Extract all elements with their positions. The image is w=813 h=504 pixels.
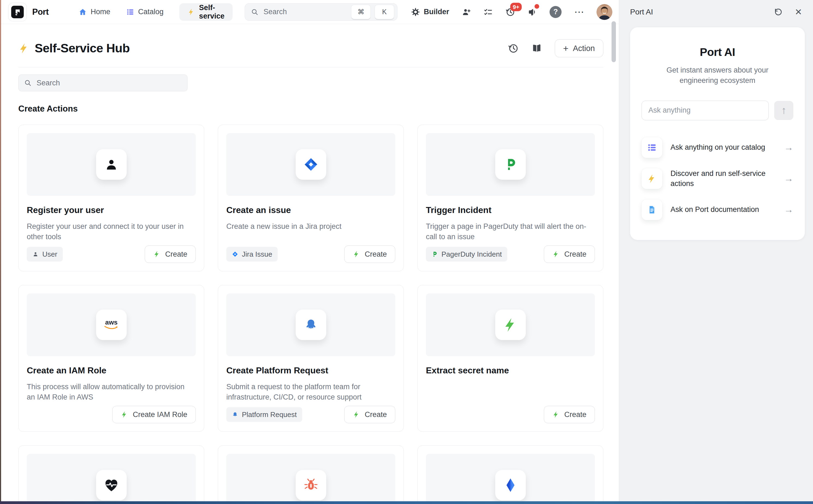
ask-anything-input[interactable]: [642, 101, 769, 120]
card-title: Trigger Incident: [426, 205, 595, 215]
send-button[interactable]: ↑: [774, 101, 793, 120]
card-description: Trigger a page in PagerDuty that will al…: [426, 221, 595, 242]
create-button[interactable]: Create: [344, 406, 395, 423]
user-icon: [96, 149, 127, 180]
right-arrow-icon: →: [784, 173, 793, 184]
vertical-scrollbar[interactable]: [612, 21, 616, 62]
create-button[interactable]: Create: [544, 245, 595, 263]
card-description: Submit a request to the platform team fo…: [226, 382, 395, 403]
builder-button[interactable]: Builder: [411, 8, 449, 16]
port-ai-card: Port AI Get instant answers about your e…: [630, 27, 805, 240]
port-ai-panel: Port AI ✕ Port AI Get instant answers ab…: [619, 0, 813, 504]
blueprint-chip: Platform Request: [226, 407, 302, 422]
card-title: Create an issue: [226, 205, 395, 215]
diamond-icon: [495, 470, 526, 500]
hub-header: Self-Service Hub + Action: [18, 39, 603, 57]
k-key: K: [375, 5, 394, 19]
bug-icon: [296, 470, 326, 500]
user-avatar[interactable]: [596, 4, 613, 20]
bolt-green-icon: [495, 310, 526, 340]
create-button[interactable]: Create: [145, 245, 196, 263]
add-action-button[interactable]: + Action: [555, 39, 603, 57]
search-icon: [251, 8, 259, 16]
close-panel-icon[interactable]: ✕: [795, 7, 802, 17]
action-card-register-user[interactable]: Register your user Register your user an…: [18, 125, 204, 271]
document-icon: [642, 199, 662, 220]
hub-content: Self-Service Hub + Action: [0, 39, 619, 504]
bolt-icon: [187, 8, 195, 16]
reset-chat-icon[interactable]: [773, 7, 783, 17]
pagerduty-icon: [495, 149, 526, 180]
action-card-trigger-incident[interactable]: Trigger Incident Trigger a page in Pager…: [417, 125, 603, 271]
bolt-yellow-icon: [642, 168, 662, 189]
catalog-icon: [126, 8, 134, 16]
action-card-create-iam-role[interactable]: aws Create an IAM Role This process will…: [18, 285, 204, 432]
jira-icon: [296, 149, 326, 180]
card-title: Create Platform Request: [226, 365, 395, 376]
main-region: Port Home Catalog: [0, 0, 619, 504]
hub-search[interactable]: [18, 74, 187, 91]
brand-name: Port: [32, 7, 49, 17]
create-iam-role-button[interactable]: Create IAM Role: [112, 406, 196, 423]
global-search-input[interactable]: [263, 7, 347, 16]
create-button[interactable]: Create: [344, 245, 395, 263]
card-description: Register your user and connect it to you…: [27, 221, 196, 242]
blueprint-chip: Jira Issue: [226, 247, 278, 262]
docs-book-icon[interactable]: [531, 43, 542, 54]
top-nav: Port Home Catalog: [0, 0, 619, 24]
runs-history-button[interactable]: 9+: [505, 7, 515, 17]
port-ai-subtitle: Get instant answers about your engineeri…: [660, 65, 775, 86]
blueprint-chip: PagerDuty Incident: [426, 247, 507, 262]
invite-users-button[interactable]: [462, 7, 471, 17]
search-icon: [24, 79, 32, 87]
help-button[interactable]: ?: [549, 6, 561, 18]
nav-item-self-service[interactable]: Self-service: [179, 3, 233, 21]
ai-suggestion-self-service[interactable]: Discover and run self-service actions →: [642, 168, 793, 189]
blueprint-chip: User: [27, 247, 63, 262]
action-card-partial-3[interactable]: [417, 445, 603, 504]
card-title: Extract secret name: [426, 365, 595, 376]
actions-grid: Register your user Register your user an…: [18, 125, 603, 504]
right-arrow-icon: →: [784, 204, 793, 215]
list-icon: [642, 137, 662, 158]
up-arrow-icon: ↑: [781, 104, 787, 116]
brand: Port: [8, 3, 49, 21]
port-logo-button[interactable]: [8, 3, 27, 21]
action-card-partial-2[interactable]: [218, 445, 404, 504]
svg-text:aws: aws: [105, 319, 117, 326]
nav-item-catalog[interactable]: Catalog: [126, 8, 163, 16]
action-card-partial-1[interactable]: [18, 445, 204, 504]
hub-search-input[interactable]: [36, 79, 182, 88]
action-card-extract-secret[interactable]: Extract secret name Create: [417, 285, 603, 432]
notification-badge: 9+: [510, 3, 522, 11]
hub-header-actions: + Action: [508, 39, 603, 57]
card-description: This process will allow automatically to…: [27, 382, 196, 403]
bolt-icon: [18, 43, 30, 54]
history-icon[interactable]: [508, 43, 519, 54]
ai-suggestion-catalog[interactable]: Ask anything on your catalog →: [642, 137, 793, 158]
header-divider: [18, 67, 603, 67]
card-description: Create a new issue in a Jira project: [226, 221, 395, 232]
window-bottom-edge: [0, 501, 813, 504]
action-card-platform-request[interactable]: Create Platform Request Submit a request…: [218, 285, 404, 432]
nav-right-group: Builder 9+ ? ⋯: [411, 4, 613, 20]
page-title: Self-Service Hub: [35, 41, 130, 55]
app-window: Port Home Catalog: [0, 0, 813, 504]
gear-icon: [411, 8, 420, 16]
desktop-edge: [0, 0, 1, 504]
port-ai-title: Port AI: [642, 46, 793, 59]
create-button[interactable]: Create: [544, 406, 595, 423]
global-search[interactable]: ⌘ K: [245, 3, 397, 21]
nav-item-home[interactable]: Home: [79, 8, 110, 16]
action-card-create-issue[interactable]: Create an issue Create a new issue in a …: [218, 125, 404, 271]
port-ai-panel-header: Port AI ✕: [619, 0, 813, 24]
announcement-dot: [534, 4, 539, 9]
octopus-icon: [296, 310, 326, 340]
checklist-button[interactable]: [483, 7, 493, 17]
cmd-key: ⌘: [351, 5, 370, 19]
right-arrow-icon: →: [784, 142, 793, 153]
ai-suggestion-documentation[interactable]: Ask on Port documentation →: [642, 199, 793, 220]
aws-icon: aws: [96, 310, 127, 340]
home-icon: [79, 8, 87, 16]
announcements-button[interactable]: [528, 7, 537, 17]
